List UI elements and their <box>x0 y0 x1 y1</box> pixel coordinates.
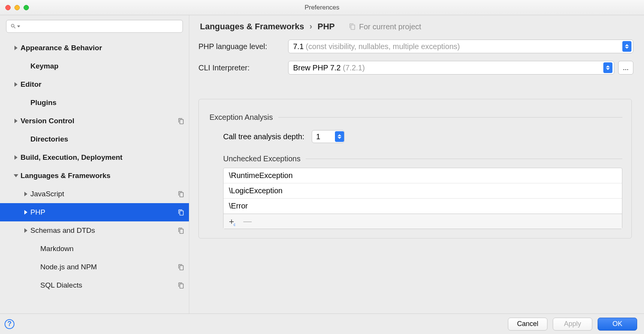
tree-item[interactable]: Appearance & Behavior <box>0 39 189 57</box>
list-item[interactable]: \LogicException <box>224 183 622 199</box>
dialog-footer: ? Cancel Apply OK <box>0 313 644 334</box>
tree-item-label: SQL Dialects <box>40 281 82 289</box>
cli-interpreter-label: CLI Interpreter: <box>198 64 288 72</box>
search-history-dropdown-icon[interactable] <box>17 25 20 27</box>
tree-item[interactable]: Schemas and DTDs <box>0 221 189 240</box>
project-scope-indicator: For current project <box>349 22 421 31</box>
call-tree-depth-field[interactable]: 1 <box>312 130 344 143</box>
tree-item-label: Appearance & Behavior <box>21 44 102 52</box>
expand-arrow-icon[interactable] <box>11 46 21 50</box>
search-field[interactable] <box>6 20 183 33</box>
exception-analysis-section: Exception Analysis <box>209 113 622 122</box>
cli-interpreter-browse-button[interactable]: ... <box>618 61 633 75</box>
tree-item-label: Version Control <box>21 117 74 125</box>
tree-item[interactable]: Editor <box>0 75 189 94</box>
expand-arrow-icon[interactable] <box>21 192 30 196</box>
expand-arrow-icon[interactable] <box>11 119 21 123</box>
copy-settings-icon <box>175 118 184 124</box>
combo-stepper-icon[interactable] <box>622 41 631 52</box>
apply-button[interactable]: Apply <box>553 318 592 331</box>
unchecked-exceptions-list[interactable]: \RuntimeException\LogicException\Error ＋… <box>223 168 622 229</box>
expand-arrow-icon[interactable] <box>11 155 21 160</box>
tree-item[interactable]: Languages & Frameworks <box>0 167 189 185</box>
tree-item[interactable]: SQL Dialects <box>0 276 189 294</box>
copy-settings-icon <box>175 264 184 270</box>
cli-interpreter-combo[interactable]: Brew PHP 7.2 (7.2.1) <box>288 61 614 75</box>
call-tree-depth-label: Call tree analysis depth: <box>223 132 304 141</box>
cli-interpreter-value: Brew PHP 7.2 <box>293 64 341 72</box>
breadcrumb-separator: › <box>309 22 312 32</box>
tree-item[interactable]: Plugins <box>0 94 189 112</box>
tree-item[interactable]: Version Control <box>0 112 189 130</box>
copy-settings-icon <box>175 282 184 289</box>
tree-item-label: Languages & Frameworks <box>21 172 111 180</box>
tree-item-label: Directories <box>30 135 68 143</box>
tree-item[interactable]: PHP <box>0 203 189 221</box>
preferences-sidebar: Appearance & BehaviorKeymapEditorPlugins… <box>0 15 189 313</box>
tree-item-label: JavaScript <box>30 190 64 198</box>
window-titlebar: Preferences <box>0 0 644 15</box>
tree-item[interactable]: Directories <box>0 130 189 148</box>
tree-item-label: Node.js and NPM <box>40 263 97 271</box>
add-exception-button[interactable]: ＋c <box>228 217 236 226</box>
php-language-level-hint: (const visibility, nullables, multiple e… <box>304 42 460 51</box>
tree-item[interactable]: JavaScript <box>0 185 189 203</box>
tree-item-label: PHP <box>30 208 45 216</box>
tree-item-label: Markdown <box>40 245 74 253</box>
php-language-level-label: PHP language level: <box>198 42 288 51</box>
settings-tree[interactable]: Appearance & BehaviorKeymapEditorPlugins… <box>0 37 189 313</box>
combo-stepper-icon[interactable] <box>603 62 612 73</box>
expand-arrow-icon[interactable] <box>11 174 21 177</box>
breadcrumb-leaf: PHP <box>317 22 335 32</box>
php-language-level-combo[interactable]: 7.1 (const visibility, nullables, multip… <box>288 40 633 53</box>
search-input[interactable] <box>22 23 179 30</box>
tree-item-label: Plugins <box>30 99 57 107</box>
tree-item[interactable]: Build, Execution, Deployment <box>0 148 189 167</box>
php-settings-panel: Include PathPHP RuntimeAnalysis Exceptio… <box>198 99 632 239</box>
settings-main-pane: Languages & Frameworks › PHP For current… <box>189 15 644 313</box>
breadcrumb: Languages & Frameworks › PHP For current… <box>189 15 644 38</box>
tree-item-label: Keymap <box>30 62 59 70</box>
list-item[interactable]: \Error <box>224 199 622 214</box>
list-item[interactable]: \RuntimeException <box>224 168 622 183</box>
tree-item-label: Build, Execution, Deployment <box>21 153 122 162</box>
remove-exception-button[interactable]: — <box>243 217 252 226</box>
copy-settings-icon <box>175 227 184 234</box>
search-icon <box>10 23 16 29</box>
tree-item[interactable]: Node.js and NPM <box>0 258 189 276</box>
project-scope-label: For current project <box>359 22 421 31</box>
expand-arrow-icon[interactable] <box>21 228 30 233</box>
tree-item[interactable]: Markdown <box>0 240 189 258</box>
expand-arrow-icon[interactable] <box>21 210 30 215</box>
tree-item-label: Schemas and DTDs <box>30 226 95 235</box>
copy-settings-icon <box>175 191 184 197</box>
cli-interpreter-hint: (7.2.1) <box>341 64 365 72</box>
cancel-button[interactable]: Cancel <box>508 318 547 331</box>
ok-button[interactable]: OK <box>598 318 637 331</box>
php-language-level-value: 7.1 <box>293 42 304 51</box>
tree-item-label: Editor <box>21 80 41 89</box>
unchecked-exceptions-section: Unchecked Exceptions <box>223 154 622 163</box>
expand-arrow-icon[interactable] <box>11 82 21 87</box>
combo-stepper-icon[interactable] <box>335 131 344 142</box>
tree-item[interactable]: Keymap <box>0 57 189 75</box>
window-title: Preferences <box>0 4 644 11</box>
call-tree-depth-value: 1 <box>316 132 320 141</box>
breadcrumb-root[interactable]: Languages & Frameworks <box>200 22 304 32</box>
copy-settings-icon <box>349 23 356 30</box>
copy-settings-icon <box>175 209 184 216</box>
help-button[interactable]: ? <box>5 319 14 329</box>
